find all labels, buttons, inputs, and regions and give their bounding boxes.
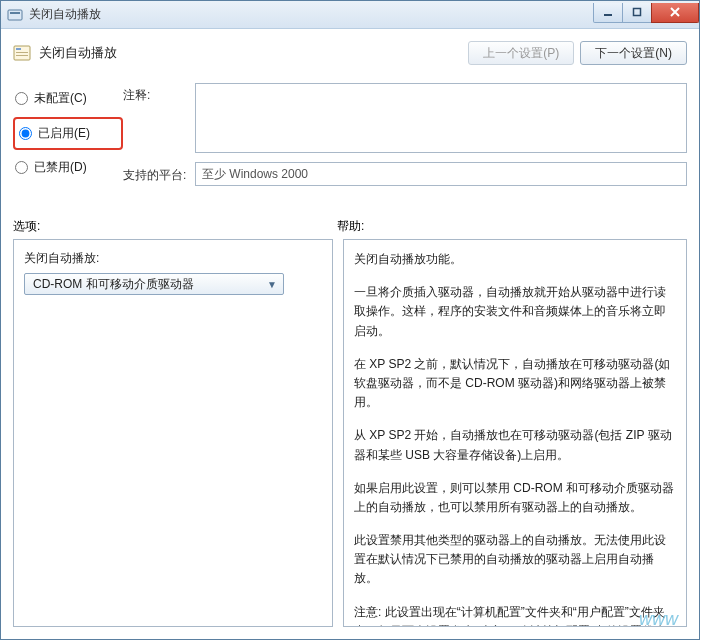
- config-row: 未配置(C) 已启用(E) 已禁用(D) 注释: 支持的平台: 至少 Windo…: [13, 79, 687, 194]
- radio-not-configured[interactable]: 未配置(C): [13, 87, 123, 115]
- radio-enabled[interactable]: 已启用(E): [13, 117, 123, 150]
- radio-enabled-input[interactable]: [19, 127, 32, 140]
- chevron-down-icon: ▼: [265, 279, 279, 290]
- header-row: 关闭自动播放 上一个设置(P) 下一个设置(N): [13, 37, 687, 79]
- help-paragraph: 注意: 此设置出现在“计算机配置”文件夹和“用户配置”文件夹中。如果两个设置发生…: [354, 603, 676, 627]
- platform-label: 支持的平台:: [123, 149, 195, 184]
- radio-disabled[interactable]: 已禁用(D): [13, 156, 123, 184]
- help-paragraph: 在 XP SP2 之前，默认情况下，自动播放在可移动驱动器(如软盘驱动器，而不是…: [354, 355, 676, 413]
- svg-rect-0: [8, 10, 22, 20]
- help-pane: 关闭自动播放功能。 一旦将介质插入驱动器，自动播放就开始从驱动器中进行读取操作。…: [343, 239, 687, 627]
- svg-rect-7: [16, 55, 28, 56]
- panes: 关闭自动播放: CD-ROM 和可移动介质驱动器 ▼ 关闭自动播放功能。 一旦将…: [13, 239, 687, 627]
- options-label: 选项:: [13, 218, 333, 235]
- comment-label: 注释:: [123, 87, 195, 149]
- select-value: CD-ROM 和可移动介质驱动器: [33, 276, 194, 293]
- section-labels: 选项: 帮助:: [13, 218, 687, 235]
- radio-disabled-input[interactable]: [15, 161, 28, 174]
- radio-disabled-label: 已禁用(D): [34, 159, 87, 176]
- svg-rect-2: [604, 14, 612, 16]
- previous-setting-button[interactable]: 上一个设置(P): [468, 41, 574, 65]
- svg-rect-5: [16, 48, 21, 50]
- state-radios: 未配置(C) 已启用(E) 已禁用(D): [13, 83, 123, 186]
- radio-not-configured-label: 未配置(C): [34, 90, 87, 107]
- radio-enabled-label: 已启用(E): [38, 125, 90, 142]
- policy-icon: [13, 44, 31, 62]
- field-labels: 注释: 支持的平台:: [123, 83, 195, 186]
- svg-rect-6: [16, 52, 28, 53]
- window-title: 关闭自动播放: [29, 6, 594, 23]
- svg-rect-3: [634, 9, 641, 16]
- help-label: 帮助:: [333, 218, 687, 235]
- minimize-button[interactable]: [593, 3, 623, 23]
- svg-rect-1: [10, 12, 20, 14]
- content: 关闭自动播放 上一个设置(P) 下一个设置(N) 未配置(C) 已启用(E) 已…: [1, 29, 699, 639]
- page-title: 关闭自动播放: [39, 44, 468, 62]
- field-values: 至少 Windows 2000: [195, 83, 687, 186]
- next-setting-button[interactable]: 下一个设置(N): [580, 41, 687, 65]
- window-buttons: [594, 3, 699, 23]
- help-paragraph: 从 XP SP2 开始，自动播放也在可移动驱动器(包括 ZIP 驱动器和某些 U…: [354, 426, 676, 464]
- titlebar: 关闭自动播放: [1, 1, 699, 29]
- comment-input[interactable]: [195, 83, 687, 153]
- help-paragraph: 如果启用此设置，则可以禁用 CD-ROM 和可移动介质驱动器上的自动播放，也可以…: [354, 479, 676, 517]
- close-button[interactable]: [651, 3, 699, 23]
- help-paragraph: 关闭自动播放功能。: [354, 250, 676, 269]
- autoplay-off-select[interactable]: CD-ROM 和可移动介质驱动器 ▼: [24, 273, 284, 295]
- help-paragraph: 此设置禁用其他类型的驱动器上的自动播放。无法使用此设置在默认情况下已禁用的自动播…: [354, 531, 676, 589]
- maximize-button[interactable]: [622, 3, 652, 23]
- options-pane: 关闭自动播放: CD-ROM 和可移动介质驱动器 ▼: [13, 239, 333, 627]
- option-group-label: 关闭自动播放:: [24, 250, 322, 267]
- platform-value: 至少 Windows 2000: [195, 162, 687, 186]
- app-icon: [7, 7, 23, 23]
- help-paragraph: 一旦将介质插入驱动器，自动播放就开始从驱动器中进行读取操作。这样，程序的安装文件…: [354, 283, 676, 341]
- window: 关闭自动播放 关闭自动播放: [0, 0, 700, 640]
- radio-not-configured-input[interactable]: [15, 92, 28, 105]
